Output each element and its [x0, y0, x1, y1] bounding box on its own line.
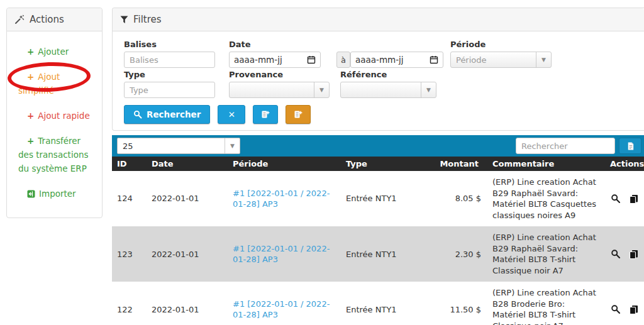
plus-icon: +: [27, 111, 34, 121]
view-details-icon[interactable]: [611, 304, 621, 314]
actions-panel-header: Actions: [7, 8, 102, 31]
column-header-periode[interactable]: Période: [228, 157, 341, 171]
plus-icon: +: [27, 136, 34, 146]
cell-actions: [605, 188, 644, 209]
calendar-icon[interactable]: [430, 55, 438, 64]
periode-link[interactable]: #1 [2022-01-01 / 2022-01-28] AP3: [233, 189, 330, 209]
table-row[interactable]: 123 2022-01-01 #1 [2022-01-01 / 2022-01-…: [112, 226, 644, 282]
sidebar-item-ajout-simplifie[interactable]: +Ajout simplifié: [18, 70, 96, 97]
column-header-type[interactable]: Type: [341, 157, 425, 171]
table-header-row: ID Date Période Type Montant Commentaire…: [112, 157, 644, 171]
filters-panel: Filtres Balises Date aaaa-mm-jj à aaaa-m…: [112, 8, 644, 131]
column-header-commentaire[interactable]: Commentaire: [487, 157, 605, 171]
filters-panel-header: Filtres: [113, 8, 644, 31]
actions-list: +Ajouter +Ajout simplifié +Ajout rapide …: [7, 31, 102, 201]
cell-commentaire: (ERP) Line creation Achat B29 Raphaël Sa…: [487, 226, 605, 282]
import-icon: [27, 190, 35, 198]
column-header-montant[interactable]: Montant: [425, 157, 487, 171]
column-header-date[interactable]: Date: [147, 157, 228, 171]
cell-montant: 8.05 $: [425, 187, 487, 210]
sidebar-item-importer[interactable]: Importer: [18, 187, 96, 201]
date-from-input[interactable]: aaaa-mm-jj: [229, 52, 321, 68]
balises-input[interactable]: [124, 52, 215, 68]
balises-label: Balises: [124, 40, 215, 49]
periode-label: Période: [450, 40, 552, 49]
save-filter-button[interactable]: [286, 105, 311, 124]
chevron-down-icon: ▼: [225, 138, 240, 153]
date-label: Date: [229, 40, 443, 49]
ledger-book-icon[interactable]: [629, 250, 638, 259]
calendar-icon[interactable]: [307, 55, 316, 64]
cell-montant: 2.30 $: [425, 243, 487, 266]
cell-actions: [605, 299, 644, 320]
ledger-book-icon[interactable]: [629, 194, 638, 204]
periode-select[interactable]: Période ▼: [450, 52, 552, 68]
cell-periode: #1 [2022-01-01 / 2022-01-28] AP3: [228, 293, 341, 325]
cell-date: 2022-01-01: [147, 299, 228, 321]
periode-link[interactable]: #1 [2022-01-01 / 2022-01-28] AP3: [233, 299, 330, 320]
reference-select[interactable]: ▼: [340, 82, 436, 98]
document-export-icon: [626, 141, 635, 151]
reference-label: Référence: [340, 70, 436, 79]
sidebar-item-ajout-rapide[interactable]: +Ajout rapide: [18, 109, 96, 123]
page-size-select[interactable]: 25 ▼: [117, 138, 240, 154]
close-icon: ✕: [228, 109, 235, 119]
date-separator-label: à: [336, 52, 350, 68]
search-button[interactable]: Rechercher: [124, 105, 210, 124]
filter-funnel-icon: [120, 16, 128, 24]
column-header-id[interactable]: ID: [112, 157, 147, 171]
cell-periode: #1 [2022-01-01 / 2022-01-28] AP3: [228, 182, 341, 216]
plus-icon: +: [27, 72, 34, 82]
ledger-book-icon[interactable]: [629, 305, 638, 314]
actions-panel: Actions +Ajouter +Ajout simplifié +Ajout…: [6, 8, 103, 218]
magic-wand-icon: [14, 14, 25, 25]
chevron-down-icon: ▼: [536, 52, 551, 67]
date-to-input[interactable]: aaaa-mm-jj: [350, 52, 443, 68]
column-header-actions: Actions: [605, 157, 644, 171]
table-search-input[interactable]: [516, 138, 615, 154]
cell-commentaire: (ERP) Line creation Achat B28 Broderie B…: [487, 282, 605, 325]
periode-link[interactable]: #1 [2022-01-01 / 2022-01-28] AP3: [233, 244, 330, 265]
export-button[interactable]: [619, 138, 641, 154]
view-details-icon[interactable]: [611, 194, 621, 204]
sidebar-item-ajouter[interactable]: +Ajouter: [18, 45, 96, 58]
table-toolbar: 25 ▼: [112, 135, 644, 157]
cell-type: Entrée NTY1: [341, 187, 425, 210]
cell-commentaire: (ERP) Line creation Achat B29 Raphaël Sa…: [487, 171, 605, 226]
save-filter-icon: [293, 109, 303, 119]
cell-id: 123: [112, 243, 147, 266]
load-saved-filter-button[interactable]: [253, 105, 278, 124]
chevron-down-icon: ▼: [421, 82, 436, 97]
search-icon: [133, 110, 142, 119]
table-row[interactable]: 124 2022-01-01 #1 [2022-01-01 / 2022-01-…: [112, 171, 644, 226]
clear-filters-button[interactable]: ✕: [218, 105, 245, 124]
table-body: 124 2022-01-01 #1 [2022-01-01 / 2022-01-…: [112, 171, 644, 325]
provenance-select[interactable]: ▼: [229, 82, 330, 98]
sidebar-item-transferer-erp[interactable]: +Transférer des transactions du système …: [18, 134, 96, 175]
cell-actions: [605, 243, 644, 265]
cell-periode: #1 [2022-01-01 / 2022-01-28] AP3: [228, 238, 341, 271]
cell-type: Entrée NTY1: [341, 299, 425, 321]
chevron-down-icon: ▼: [314, 82, 329, 97]
cell-id: 122: [112, 299, 147, 321]
table-row[interactable]: 122 2022-01-01 #1 [2022-01-01 / 2022-01-…: [112, 282, 644, 325]
cell-date: 2022-01-01: [147, 187, 228, 210]
filters-panel-title: Filtres: [133, 14, 162, 25]
view-details-icon[interactable]: [611, 249, 621, 259]
saved-filter-icon: [260, 109, 270, 119]
cell-date: 2022-01-01: [147, 243, 228, 266]
cell-id: 124: [112, 187, 147, 210]
type-input[interactable]: [124, 82, 215, 98]
actions-panel-title: Actions: [30, 14, 64, 25]
type-label: Type: [124, 70, 215, 79]
transactions-table: 25 ▼ ID Date Période Type Montant Commen…: [112, 135, 644, 325]
plus-icon: +: [27, 47, 34, 57]
cell-type: Entrée NTY1: [341, 243, 425, 266]
cell-montant: 11.50 $: [425, 299, 487, 321]
provenance-label: Provenance: [229, 70, 330, 79]
